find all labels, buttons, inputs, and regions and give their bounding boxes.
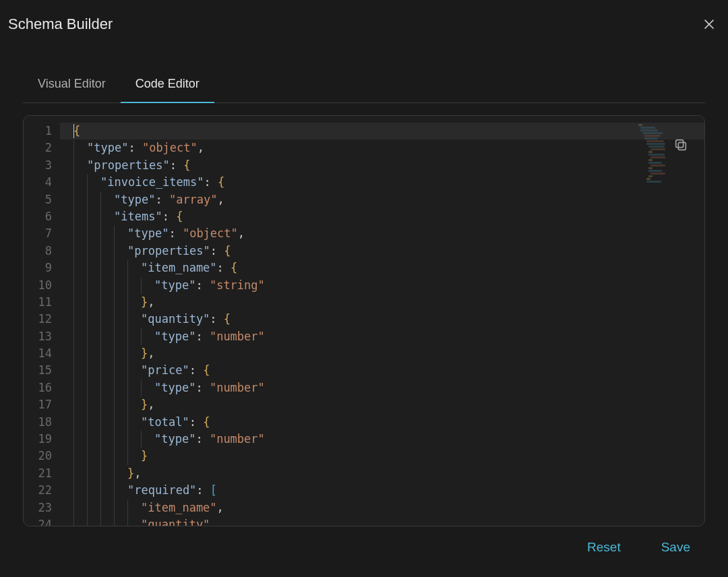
code-line[interactable]: "item_name": { xyxy=(60,260,704,276)
line-number: 10 xyxy=(29,277,52,294)
save-button[interactable]: Save xyxy=(661,540,690,555)
code-line[interactable]: "properties": { xyxy=(60,157,704,174)
tab-visual-editor[interactable]: Visual Editor xyxy=(23,67,121,103)
code-line[interactable]: "quantity", xyxy=(60,516,704,526)
copy-icon xyxy=(673,138,688,152)
code-line[interactable]: "total": { xyxy=(60,414,704,431)
code-line[interactable]: }, xyxy=(60,396,704,413)
code-line[interactable]: { xyxy=(60,123,704,140)
line-number: 9 xyxy=(29,260,52,276)
line-number: 12 xyxy=(29,311,52,328)
copy-button[interactable] xyxy=(673,138,692,156)
code-line[interactable]: "item_name", xyxy=(60,499,704,516)
code-line[interactable]: } xyxy=(60,448,704,464)
line-number: 23 xyxy=(29,499,52,516)
line-number: 8 xyxy=(29,243,52,260)
dialog-title: Schema Builder xyxy=(8,16,113,33)
line-number: 22 xyxy=(29,482,52,499)
code-line[interactable]: "type": "object", xyxy=(60,140,704,156)
line-number: 21 xyxy=(29,465,52,482)
code-line[interactable]: "quantity": { xyxy=(60,311,704,328)
dialog-header: Schema Builder xyxy=(8,8,720,40)
tab-code-editor[interactable]: Code Editor xyxy=(121,67,214,103)
code-line[interactable]: "invoice_items": { xyxy=(60,174,704,191)
svg-rect-2 xyxy=(678,142,686,150)
line-number: 18 xyxy=(29,414,52,431)
svg-rect-3 xyxy=(676,140,684,148)
line-number: 13 xyxy=(29,328,52,345)
line-number: 16 xyxy=(29,379,52,396)
line-number: 24 xyxy=(29,516,52,526)
line-number: 6 xyxy=(29,208,52,225)
line-number: 11 xyxy=(29,294,52,311)
dialog-footer: Reset Save xyxy=(8,526,720,555)
code-editor[interactable]: 123456789101112131415161718192021222324 … xyxy=(24,116,704,526)
line-number: 4 xyxy=(29,174,52,191)
line-number: 14 xyxy=(29,345,52,362)
close-button[interactable] xyxy=(698,13,720,35)
code-line[interactable]: }, xyxy=(60,345,704,362)
code-line[interactable]: "required": [ xyxy=(60,482,704,499)
code-line[interactable]: "type": "number" xyxy=(60,328,704,345)
reset-button[interactable]: Reset xyxy=(587,540,621,555)
code-line[interactable]: "items": { xyxy=(60,208,704,225)
code-line[interactable]: "type": "array", xyxy=(60,191,704,208)
code-line[interactable]: "type": "object", xyxy=(60,225,704,242)
line-number: 15 xyxy=(29,362,52,379)
code-content[interactable]: {"type": "object","properties": {"invoic… xyxy=(60,116,704,526)
tab-bar: Visual Editor Code Editor xyxy=(23,67,705,103)
code-editor-panel: 123456789101112131415161718192021222324 … xyxy=(23,115,705,526)
line-number: 19 xyxy=(29,431,52,448)
schema-builder-dialog: Schema Builder Visual Editor Code Editor xyxy=(0,0,728,563)
line-number: 2 xyxy=(29,140,52,156)
line-number: 5 xyxy=(29,191,52,208)
line-number-gutter: 123456789101112131415161718192021222324 xyxy=(24,116,60,526)
code-line[interactable]: "type": "string" xyxy=(60,277,704,294)
code-line[interactable]: "type": "number" xyxy=(60,431,704,448)
line-number: 17 xyxy=(29,396,52,413)
code-line[interactable]: }, xyxy=(60,465,704,482)
close-icon xyxy=(702,17,717,32)
line-number: 7 xyxy=(29,225,52,242)
line-number: 1 xyxy=(29,123,52,140)
line-number: 20 xyxy=(29,448,52,464)
line-number: 3 xyxy=(29,157,52,174)
code-line[interactable]: "properties": { xyxy=(60,243,704,260)
code-line[interactable]: }, xyxy=(60,294,704,311)
code-line[interactable]: "price": { xyxy=(60,362,704,379)
code-line[interactable]: "type": "number" xyxy=(60,379,704,396)
